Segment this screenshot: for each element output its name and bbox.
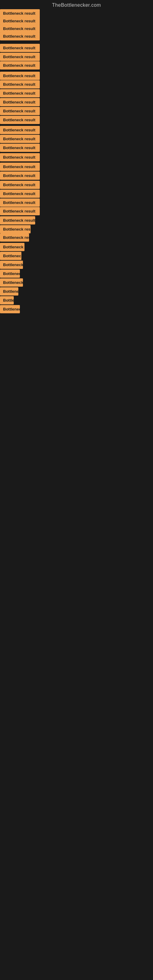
bottleneck-result-item: Bottleneck result [0, 233, 29, 242]
bottleneck-result-item: Bottleneck result [0, 296, 14, 304]
bottleneck-result-item: Bottleneck result [0, 116, 40, 124]
bottleneck-result-item: Bottleneck result [0, 278, 23, 286]
bottleneck-result-item: Bottleneck result [0, 44, 40, 52]
bottleneck-result-item: Bottleneck result [0, 61, 40, 70]
bottleneck-result-item: Bottleneck result [0, 17, 40, 25]
bottleneck-result-item: Bottleneck result [0, 144, 40, 152]
bottleneck-result-item: Bottleneck result [0, 9, 40, 18]
bottleneck-result-item: Bottleneck result [0, 252, 21, 260]
bottleneck-result-item: Bottleneck result [0, 24, 40, 33]
bottleneck-result-item: Bottleneck result [0, 80, 40, 89]
bottleneck-result-item: Bottleneck result [0, 89, 40, 97]
bottleneck-result-item: Bottleneck result [0, 107, 40, 115]
bottleneck-result-item: Bottleneck result [0, 199, 40, 207]
bottleneck-result-item: Bottleneck result [0, 225, 30, 233]
bottleneck-result-item: Bottleneck result [0, 72, 40, 80]
bottleneck-result-item: Bottleneck result [0, 52, 40, 61]
bottleneck-result-item: Bottleneck result [0, 32, 40, 40]
bottleneck-result-item: Bottleneck result [0, 126, 40, 134]
bottleneck-result-item: Bottleneck result [0, 287, 18, 296]
bottleneck-result-item: Bottleneck result [0, 162, 40, 171]
bottleneck-result-item: Bottleneck result [0, 189, 40, 198]
bottleneck-result-item: Bottleneck result [0, 172, 40, 180]
bottleneck-result-item: Bottleneck result [0, 243, 24, 251]
bottleneck-result-item: Bottleneck result [0, 261, 23, 269]
bottleneck-result-item: Bottleneck result [0, 305, 20, 313]
bottleneck-result-item: Bottleneck result [0, 216, 35, 224]
bottleneck-result-item: Bottleneck result [0, 207, 40, 215]
site-title: TheBottlenecker.com [0, 0, 153, 10]
bottleneck-result-item: Bottleneck result [0, 269, 20, 278]
bottleneck-result-item: Bottleneck result [0, 181, 40, 189]
bottleneck-result-item: Bottleneck result [0, 135, 40, 143]
bottleneck-result-item: Bottleneck result [0, 153, 40, 161]
bottleneck-result-item: Bottleneck result [0, 98, 40, 106]
